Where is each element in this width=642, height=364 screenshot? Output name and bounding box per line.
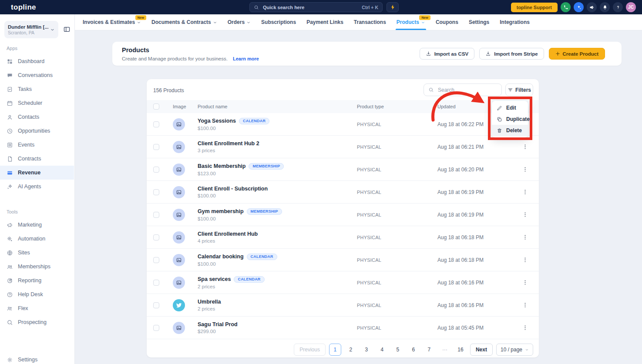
- product-type: PHYSICAL: [357, 303, 437, 308]
- sidebar-item-sites[interactable]: Sites: [0, 246, 74, 260]
- sidebar-item-automation[interactable]: Automation: [0, 232, 74, 246]
- page-4[interactable]: 4: [376, 344, 388, 356]
- notifications-button[interactable]: [600, 2, 610, 12]
- sidebar-item-contacts[interactable]: Contacts: [0, 110, 74, 124]
- sidebar-item-prospecting[interactable]: Prospecting: [0, 315, 74, 329]
- page-3[interactable]: 3: [360, 344, 373, 356]
- page-6[interactable]: 6: [407, 344, 420, 356]
- sidebar-item-memberships[interactable]: Memberships: [0, 260, 74, 274]
- row-actions-button[interactable]: [520, 301, 530, 310]
- sidebar-item-scheduler[interactable]: Scheduler: [0, 96, 74, 110]
- row-checkbox[interactable]: [153, 167, 159, 173]
- product-name[interactable]: Spa services: [198, 276, 231, 282]
- sidebar-item-ai-agents[interactable]: AI Agents: [0, 180, 74, 194]
- avatar[interactable]: JC: [626, 2, 636, 12]
- sidebar-item-help-desk[interactable]: Help Desk: [0, 287, 74, 301]
- row-checkbox[interactable]: [153, 325, 159, 331]
- context-menu-edit[interactable]: Edit: [492, 102, 528, 114]
- nav-item-settings[interactable]: Settings: [464, 14, 494, 30]
- announcements-button[interactable]: [587, 2, 597, 12]
- filters-button[interactable]: Filters: [505, 83, 533, 96]
- context-menu-delete[interactable]: Delete: [492, 125, 528, 136]
- nav-item-invoices-estimates[interactable]: Invoices & Estimates New: [77, 14, 146, 30]
- workspace-selector[interactable]: Dunder Mifflin [... Scranton, PA: [4, 21, 58, 38]
- phone-button[interactable]: [561, 2, 571, 12]
- sidebar-item-tasks[interactable]: Tasks: [0, 82, 74, 96]
- row-checkbox[interactable]: [153, 121, 159, 127]
- quick-actions-button[interactable]: [387, 2, 399, 12]
- row-checkbox[interactable]: [153, 302, 159, 308]
- next-page-button[interactable]: Next: [470, 344, 493, 356]
- row-actions-button[interactable]: [520, 187, 530, 197]
- nav-item-coupons[interactable]: Coupons: [430, 14, 464, 30]
- workspace-info: Dunder Mifflin [... Scranton, PA: [8, 24, 48, 35]
- product-price: 4 prices: [198, 238, 357, 244]
- sidebar-item-reporting[interactable]: Reporting: [0, 274, 74, 287]
- product-name[interactable]: Sagu Trial Prod: [198, 321, 238, 327]
- product-name[interactable]: Umbrella: [198, 299, 221, 305]
- context-menu-duplicate[interactable]: Duplicate: [492, 114, 528, 125]
- row-checkbox[interactable]: [153, 280, 159, 286]
- sidebar-item-marketing[interactable]: Marketing: [0, 218, 74, 232]
- row-checkbox[interactable]: [153, 212, 159, 218]
- row-checkbox[interactable]: [153, 257, 159, 263]
- table-search[interactable]: [424, 83, 502, 96]
- previous-page-button[interactable]: Previous: [294, 344, 326, 356]
- row-actions-button[interactable]: [520, 323, 530, 333]
- product-name[interactable]: Client Enrollement Hub: [198, 231, 258, 237]
- sidebar-item-revenue[interactable]: Revenue: [0, 166, 74, 180]
- product-price: $100.00: [198, 261, 357, 267]
- product-image: [173, 164, 185, 176]
- page-2[interactable]: 2: [345, 344, 357, 356]
- page-7[interactable]: 7: [423, 344, 435, 356]
- sidebar-item-settings[interactable]: Settings: [0, 353, 74, 364]
- row-actions-button[interactable]: [520, 165, 530, 174]
- sidebar-item-contracts[interactable]: Contracts: [0, 152, 74, 166]
- sidebar-item-conversations[interactable]: Conversations: [0, 68, 74, 82]
- import-csv-button[interactable]: Import as CSV: [420, 48, 475, 60]
- global-search[interactable]: Ctrl + K: [249, 2, 383, 12]
- nav-item-products[interactable]: Products New: [391, 14, 430, 30]
- page-size-select[interactable]: 10 / page: [496, 344, 533, 356]
- product-name[interactable]: Client Enrollment Hub 2: [198, 140, 259, 147]
- collapse-sidebar-icon[interactable]: [63, 26, 71, 33]
- row-actions-button[interactable]: [520, 210, 530, 220]
- global-search-input[interactable]: [262, 4, 359, 10]
- product-name[interactable]: Gym membership: [198, 208, 244, 214]
- row-checkbox[interactable]: [153, 189, 159, 195]
- page-1[interactable]: 1: [329, 344, 341, 356]
- product-name[interactable]: Yoga Sessions: [198, 118, 236, 124]
- page-16[interactable]: 16: [454, 344, 467, 356]
- sidebar-item-flex[interactable]: Flex: [0, 301, 74, 315]
- nav-item-integrations[interactable]: Integrations: [494, 14, 535, 30]
- table-search-input[interactable]: [437, 87, 497, 94]
- import-stripe-button[interactable]: Import from Stripe: [479, 48, 544, 60]
- nav-item-subscriptions[interactable]: Subscriptions: [256, 14, 301, 30]
- sidebar-item-opportunities[interactable]: Opportunities: [0, 124, 74, 138]
- nav-item-orders[interactable]: Orders: [222, 14, 256, 30]
- sidebar-item-events[interactable]: Events: [0, 138, 74, 152]
- sidebar-item-dashboard[interactable]: Dashboard: [0, 54, 74, 68]
- row-actions-button[interactable]: [520, 233, 530, 242]
- nav-item-transactions[interactable]: Transactions: [349, 14, 391, 30]
- row-checkbox[interactable]: [153, 144, 159, 150]
- page-size-label: 10 / page: [501, 347, 522, 353]
- ai-assistant-button[interactable]: [574, 2, 584, 12]
- help-button[interactable]: [613, 2, 623, 12]
- row-actions-button[interactable]: [520, 278, 530, 287]
- row-checkbox[interactable]: [153, 234, 159, 240]
- nav-item-payment-links[interactable]: Payment Links: [301, 14, 349, 30]
- page-5[interactable]: 5: [392, 344, 404, 356]
- product-name[interactable]: Client Enroll - Subscription: [198, 186, 268, 192]
- row-actions-button[interactable]: [520, 142, 530, 152]
- learn-more-link[interactable]: Learn more: [233, 56, 259, 61]
- support-button[interactable]: topline Support: [511, 3, 558, 12]
- nav-item-documents-contracts[interactable]: Documents & Contracts: [146, 14, 222, 30]
- product-name[interactable]: Calendar booking: [198, 254, 244, 260]
- create-product-button[interactable]: Create Product: [549, 48, 605, 60]
- product-badge: CALENDAR: [239, 118, 269, 124]
- product-updated: Aug 18 at 06:18 PM: [437, 257, 519, 263]
- row-actions-button[interactable]: [520, 255, 530, 265]
- select-all-checkbox[interactable]: [153, 104, 159, 110]
- product-name[interactable]: Basic Membership: [198, 163, 245, 169]
